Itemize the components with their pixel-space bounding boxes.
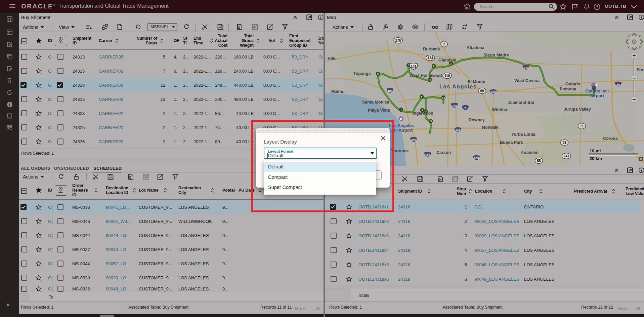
svg-text:71: 71 (580, 124, 584, 128)
svg-text:105: 105 (455, 129, 460, 132)
svg-text:Topanga: Topanga (353, 71, 371, 76)
svg-text:Altadena: Altadena (467, 45, 485, 50)
svg-text:Yorba Linda: Yorba Linda (511, 132, 535, 137)
svg-text:El Monte: El Monte (468, 79, 485, 84)
svg-text:8: 8 (421, 95, 422, 98)
svg-text:55: 55 (537, 159, 541, 163)
svg-text:Santa Monica: Santa Monica (362, 100, 390, 105)
svg-text:Jurupa Valley: Jurupa Valley (564, 107, 591, 112)
svg-text:12: 12 (442, 96, 445, 99)
svg-text:20 km: 20 km (590, 156, 602, 161)
svg-text:2: 2 (450, 62, 452, 65)
svg-text:Diamond Bar: Diamond Bar (508, 100, 534, 105)
svg-text:5: 5 (408, 64, 409, 67)
svg-text:West Hollywood: West Hollywood (410, 73, 442, 78)
svg-text:2: 2 (443, 42, 445, 46)
svg-text:Playa Vista: Playa Vista (368, 108, 390, 113)
svg-text:110: 110 (425, 153, 430, 157)
svg-text:Glendale: Glendale (438, 58, 456, 63)
svg-text:Malibu: Malibu (331, 89, 345, 94)
svg-text:10: 10 (616, 83, 620, 86)
svg-text:210: 210 (523, 66, 528, 70)
svg-text:60: 60 (480, 89, 484, 93)
svg-text:Burbank: Burbank (423, 47, 440, 51)
svg-text:Corona: Corona (603, 136, 618, 141)
svg-text:10: 10 (424, 110, 427, 113)
svg-text:101: 101 (411, 65, 417, 68)
svg-text:?: ? (596, 5, 598, 9)
svg-text:Los Angeles: Los Angeles (439, 84, 477, 89)
svg-text:Whittier: Whittier (492, 108, 508, 112)
svg-text:Sierra Madre: Sierra Madre (483, 53, 509, 57)
svg-text:West Covina: West Covina (514, 78, 540, 83)
svg-text:605: 605 (490, 91, 496, 94)
svg-text:91: 91 (562, 141, 566, 145)
svg-text:405: 405 (387, 89, 392, 93)
svg-text:170: 170 (395, 39, 401, 42)
svg-text:3: 3 (433, 65, 434, 68)
svg-text:Buena Park: Buena Park (500, 140, 523, 145)
svg-text:241: 241 (564, 154, 569, 158)
svg-text:Carson: Carson (436, 150, 451, 155)
svg-text:Pomona: Pomona (560, 87, 576, 91)
svg-text:6: 6 (377, 72, 379, 75)
svg-text:Anaheim: Anaheim (521, 150, 539, 155)
svg-text:9: 9 (422, 109, 423, 112)
svg-text:405: 405 (411, 138, 416, 142)
svg-text:Norwalk: Norwalk (482, 125, 499, 130)
svg-text:11: 11 (429, 120, 432, 123)
svg-text:7: 7 (400, 108, 402, 111)
svg-text:5: 5 (464, 107, 466, 110)
svg-text:Hills: Hills (328, 56, 336, 61)
svg-text:605: 605 (474, 157, 479, 160)
svg-text:For: For (637, 68, 643, 72)
svg-text:710: 710 (452, 104, 457, 108)
svg-text:Downey: Downey (469, 118, 485, 122)
svg-text:Airport: Airport (590, 93, 604, 98)
svg-text:Ontario Int'l: Ontario Int'l (585, 89, 609, 93)
svg-text:134: 134 (428, 56, 433, 60)
svg-text:Ontario: Ontario (565, 82, 581, 86)
svg-text:110: 110 (444, 74, 450, 78)
svg-text:10 mi: 10 mi (590, 148, 601, 153)
svg-text:1: 1 (593, 87, 595, 90)
